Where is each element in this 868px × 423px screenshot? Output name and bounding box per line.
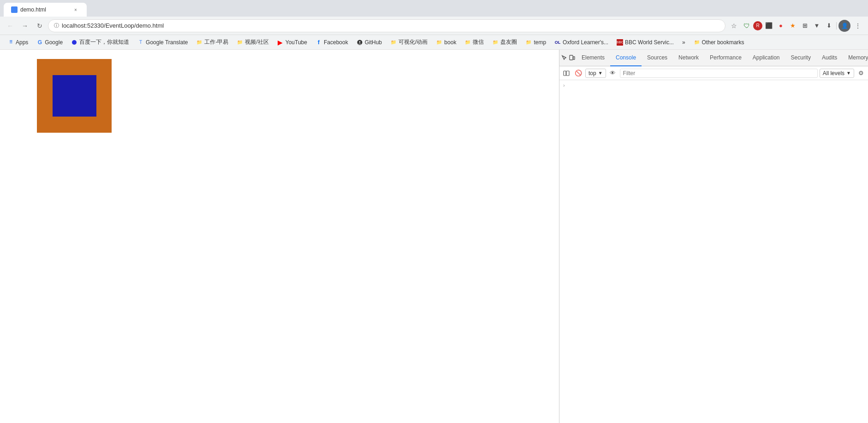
bookmark-book-label: book xyxy=(444,39,456,46)
nav-bar: ← → ↻ ⓘ localhost:52330/EventLoop/demo.h… xyxy=(0,17,868,35)
devtools-tabs: Elements Console Sources Network Perform… xyxy=(576,50,868,66)
wechat-folder-icon: 📁 xyxy=(464,39,471,46)
tab-application[interactable]: Application xyxy=(747,50,785,66)
bookmarks-more-button[interactable]: » xyxy=(678,37,689,48)
extensions-icon-3[interactable]: ● xyxy=(775,20,786,31)
friends-folder-icon: 📁 xyxy=(492,39,499,46)
browser-window: demo.html × ← → ↻ ⓘ localhost:52330/Even… xyxy=(0,0,868,423)
tab-sources[interactable]: Sources xyxy=(642,50,673,66)
tab-elements[interactable]: Elements xyxy=(576,50,610,66)
bookmark-other[interactable]: 📁 Other bookmarks xyxy=(690,37,748,48)
baidu-icon xyxy=(71,39,77,46)
bookmark-apps-label: Apps xyxy=(16,39,28,46)
console-prompt-area: › xyxy=(559,80,868,423)
bookmark-viz[interactable]: 📁 可视化/动画 xyxy=(386,37,431,48)
svg-rect-6 xyxy=(566,71,569,76)
console-settings-button[interactable]: ⚙ xyxy=(856,68,866,78)
tab-audits[interactable]: Audits xyxy=(816,50,843,66)
bookmark-apps[interactable]: ⠿ Apps xyxy=(4,37,32,48)
tab-bar: demo.html × xyxy=(0,0,868,17)
console-chevron-icon: › xyxy=(563,82,569,88)
bookmark-work[interactable]: 📁 工作-甲易 xyxy=(192,37,232,48)
profile-button[interactable]: 👤 xyxy=(838,20,850,32)
bookmark-temp[interactable]: 📁 temp xyxy=(522,37,550,48)
orange-box xyxy=(37,59,112,133)
console-clear-button[interactable]: 🚫 xyxy=(573,68,583,78)
other-bookmarks-folder-icon: 📁 xyxy=(694,39,700,46)
svg-point-2 xyxy=(359,41,360,42)
extensions-shield-icon[interactable]: 🛡 xyxy=(741,20,752,31)
bookmark-translate[interactable]: T Google Translate xyxy=(134,37,191,48)
devtools-inspect-button[interactable] xyxy=(561,52,568,64)
console-eye-button[interactable]: 👁 xyxy=(608,68,618,78)
bookmark-friends[interactable]: 📁 盘友圈 xyxy=(488,37,521,48)
bookmark-bilibili-label: 视频/社区 xyxy=(245,38,268,46)
translate-icon: T xyxy=(137,39,144,46)
viz-folder-icon: 📁 xyxy=(390,39,397,46)
devtools-device-button[interactable] xyxy=(569,52,575,64)
extensions-icon-1[interactable]: R xyxy=(753,21,762,30)
level-dropdown-icon: ▼ xyxy=(846,70,851,76)
nav-right-icons: ☆ 🛡 R ⬛ ● ★ ⊞ ▼ ⬇ 👤 ⋮ xyxy=(727,19,864,32)
main-area: Elements Console Sources Network Perform… xyxy=(0,50,868,423)
tab-network[interactable]: Network xyxy=(673,50,704,66)
bookmark-oxford[interactable]: OL Oxford Learner's... xyxy=(551,37,612,48)
tab-close-button[interactable]: × xyxy=(72,6,79,13)
reload-button[interactable]: ↻ xyxy=(33,19,46,32)
tab-performance[interactable]: Performance xyxy=(704,50,747,66)
console-sidebar-button[interactable] xyxy=(561,68,571,78)
extensions-icon-2[interactable]: ⬛ xyxy=(763,20,774,31)
svg-rect-4 xyxy=(573,57,575,59)
tab-title: demo.html xyxy=(20,6,69,13)
bookmark-friends-label: 盘友圈 xyxy=(500,38,517,46)
extensions-icon-6[interactable]: ▼ xyxy=(811,20,822,31)
bookmark-facebook-label: Facebook xyxy=(324,39,348,46)
sidebar-toggle-icon xyxy=(563,70,570,76)
devtools-panel: Elements Console Sources Network Perform… xyxy=(559,50,868,423)
extensions-icon-7[interactable]: ⬇ xyxy=(823,20,834,31)
bookmark-bbc-label: BBC World Servic... xyxy=(625,39,674,46)
active-tab[interactable]: demo.html × xyxy=(4,3,87,17)
address-text: localhost:52330/EventLoop/demo.html xyxy=(62,22,719,29)
more-bookmarks-icon: » xyxy=(682,39,685,46)
bookmark-google[interactable]: G Google xyxy=(33,37,66,48)
extensions-icon-5[interactable]: ⊞ xyxy=(799,20,810,31)
apps-icon: ⠿ xyxy=(7,39,14,46)
console-filter-input[interactable] xyxy=(620,69,818,78)
bookmark-github-label: GitHub xyxy=(365,39,382,46)
bbc-icon: BBC xyxy=(617,39,623,46)
bookmark-wechat[interactable]: 📁 微信 xyxy=(461,37,488,48)
bookmark-youtube[interactable]: ▶ YouTube xyxy=(273,37,311,48)
device-toolbar-icon xyxy=(569,55,575,61)
svg-point-0 xyxy=(72,40,77,45)
tab-memory[interactable]: Memory xyxy=(843,50,868,66)
bookmark-google-label: Google xyxy=(45,39,63,46)
bookmark-bbc[interactable]: BBC BBC World Servic... xyxy=(613,37,678,48)
blue-box xyxy=(53,75,96,117)
console-input[interactable] xyxy=(571,82,864,88)
devtools-toolbar: Elements Console Sources Network Perform… xyxy=(559,50,868,66)
more-options-button[interactable]: ⋮ xyxy=(851,19,864,32)
bookmark-work-label: 工作-甲易 xyxy=(204,38,228,46)
bookmark-wechat-label: 微信 xyxy=(473,38,484,46)
bookmark-book[interactable]: 📁 book xyxy=(432,37,460,48)
tab-security[interactable]: Security xyxy=(785,50,816,66)
google-icon: G xyxy=(36,39,43,46)
bookmark-youtube-label: YouTube xyxy=(285,39,307,46)
tab-console[interactable]: Console xyxy=(610,50,642,66)
address-bar[interactable]: ⓘ localhost:52330/EventLoop/demo.html xyxy=(48,19,725,32)
github-icon xyxy=(357,39,363,46)
bookmark-baidu-label: 百度一下，你就知道 xyxy=(79,38,129,46)
bookmark-baidu[interactable]: 百度一下，你就知道 xyxy=(67,37,133,48)
facebook-icon: f xyxy=(315,39,322,46)
console-context-selector[interactable]: top ▼ xyxy=(585,69,606,78)
console-level-selector[interactable]: All levels ▼ xyxy=(820,69,854,78)
bookmark-bilibili[interactable]: 📁 视频/社区 xyxy=(233,37,272,48)
back-button[interactable]: ← xyxy=(4,19,17,32)
bookmark-star-button[interactable]: ☆ xyxy=(727,19,740,32)
bookmark-github[interactable]: GitHub xyxy=(353,37,386,48)
forward-button[interactable]: → xyxy=(18,19,31,32)
extensions-icon-4[interactable]: ★ xyxy=(787,20,798,31)
bookmark-facebook[interactable]: f Facebook xyxy=(312,37,352,48)
tab-favicon xyxy=(11,6,18,13)
